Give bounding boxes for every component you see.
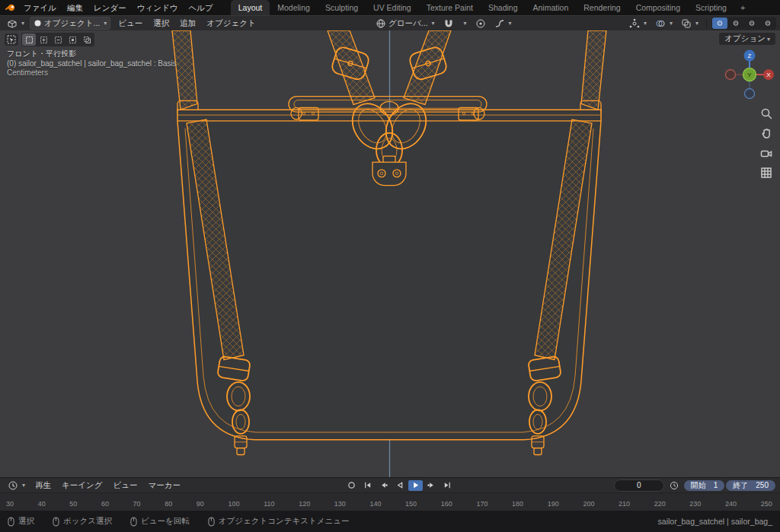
workspace-tab[interactable]: Animation [526,0,577,15]
pan-hand-icon[interactable] [759,126,773,140]
gizmo-minus-x-axis[interactable] [726,70,736,80]
proportional-editing-toggle[interactable] [472,18,489,29]
gizmo-z-label: Z [748,53,752,59]
workspace-tab[interactable]: Scripting [688,0,734,15]
xray-icon [681,18,692,29]
select-mode-group [21,33,94,46]
workspace-tab[interactable]: Compositing [628,0,688,15]
hint-label: ビューを回転 [141,516,190,527]
ruler-tick-label: 190 [548,500,559,508]
gizmo-x-label: X [766,72,771,78]
status-hints: 選択 ボックス選択 ビューを回転 オブジェクトコンテキストメニュー [8,516,349,527]
frame-end-field[interactable]: 終了 250 [726,480,775,491]
menu-item[interactable]: 追加 [174,16,201,30]
workspace-tab[interactable]: Rendering [576,0,628,15]
frame-start-field[interactable]: 開始 1 [684,480,725,491]
status-bar: 選択 ボックス選択 ビューを回転 オブジェクトコンテキストメニュー sailor… [0,510,780,532]
menu-item[interactable]: ビュー [113,16,148,30]
menu-item[interactable]: オブジェクト [201,16,261,30]
menu-item[interactable]: ファイル [18,0,62,15]
transform-orientation-dropdown[interactable]: グローバ... [372,18,438,29]
jump-start-icon[interactable] [360,480,375,491]
shading-sphere-icon [765,19,771,27]
shading-sphere-icon [733,19,739,27]
proportional-circle-icon [475,18,486,29]
shading-mode-button[interactable] [712,18,727,29]
timeline-ruler[interactable]: 3040506070809010011012013014015016017018… [0,492,780,510]
viewport-info: フロント・平行投影 (0) sailor_bag_satchel | sailo… [7,49,177,78]
menu-item[interactable]: マーカー [143,478,187,492]
proportional-falloff-dropdown[interactable] [491,18,515,29]
workspace-tab[interactable]: Texture Paint [419,0,481,15]
menu-item[interactable]: レンダー [88,0,132,15]
mouse-hint: ボックス選択 [53,516,112,527]
mouse-icon [130,517,137,527]
viewport-3d[interactable]: フロント・平行投影 (0) sailor_bag_satchel | sailo… [0,30,780,477]
shading-mode-group [711,17,776,30]
snap-toggle[interactable] [440,18,457,29]
gizmo-y-label: Y [747,72,752,78]
shading-mode-button[interactable] [728,18,743,29]
units-label: Centimeters [7,68,177,78]
menu-item[interactable]: 再生 [30,478,56,492]
ruler-tick-label: 110 [264,500,274,508]
workspace-tab[interactable]: Shading [481,0,526,15]
viewport-canvas[interactable] [0,30,780,477]
next-keyframe-icon[interactable] [424,480,439,491]
ruler-tick-label: 170 [476,500,488,508]
rear-strap-right [580,30,606,115]
ruler-tick-label: 140 [369,500,381,508]
play-reverse-icon[interactable] [392,480,407,491]
select-mode-invert[interactable] [66,33,79,46]
view-label: フロント・平行投影 [7,49,177,59]
show-gizmo-dropdown[interactable] [626,18,650,29]
overlays-icon [655,18,666,29]
mouse-hint: オブジェクトコンテキストメニュー [208,516,350,527]
blender-logo-icon[interactable] [5,2,17,13]
workspace-tab[interactable]: Modeling [270,0,318,15]
menu-item[interactable]: 編集 [62,0,88,15]
workspace-tab[interactable]: Sculpting [318,0,366,15]
menu-item[interactable]: キーイング [56,478,107,492]
ruler-tick-label: 120 [299,500,310,508]
options-dropdown[interactable]: オプション [719,33,775,45]
menu-item[interactable]: ウィンドウ [132,0,184,15]
zoom-icon[interactable] [759,107,773,120]
snap-settings-dropdown[interactable] [459,18,470,29]
active-tool-select-box[interactable] [5,33,18,46]
mode-selector[interactable]: オブジェクト... [30,17,110,30]
workspace-tab[interactable]: Layout [231,0,270,15]
prev-keyframe-icon[interactable] [376,480,391,491]
ruler-tick-label: 40 [38,500,46,508]
navigation-gizmo[interactable]: Z X Y [722,47,777,102]
xray-toggle[interactable] [678,18,702,29]
add-workspace-button[interactable]: + [734,3,751,12]
show-overlays-dropdown[interactable] [652,18,676,29]
shading-mode-button[interactable] [744,18,759,29]
select-mode-intersect[interactable] [80,33,94,46]
editor-type-icon[interactable] [4,18,27,29]
record-icon[interactable] [344,480,359,491]
orientation-label: グローバ... [388,18,428,29]
play-icon[interactable] [408,480,423,491]
ruler-tick-label: 150 [405,500,417,508]
current-frame-field[interactable]: 0 [614,479,664,492]
camera-view-icon[interactable] [759,146,773,160]
blender-window: ファイル編集レンダーウィンドウヘルプ LayoutModelingSculpti… [0,0,780,532]
workspace-tab[interactable]: UV Editing [366,0,419,15]
ruler-tick-label: 80 [165,500,172,508]
menu-item[interactable]: ビュー [108,478,143,492]
timeline-editor-type-icon[interactable] [5,479,28,491]
select-mode-new[interactable] [22,33,36,46]
select-mode-subtract[interactable] [51,33,65,46]
viewport-header: オブジェクト... ビュー選択追加オブジェクト グローバ... [0,15,780,30]
menu-item[interactable]: 選択 [148,16,174,30]
use-preview-range-icon[interactable] [666,479,682,491]
menu-item[interactable]: ヘルプ [183,0,218,15]
jump-end-icon[interactable] [440,480,455,491]
ortho-grid-icon[interactable] [759,166,773,180]
hint-label: オブジェクトコンテキストメニュー [219,516,350,527]
gizmo-minus-z-axis[interactable] [745,89,755,99]
shading-mode-button[interactable] [760,18,775,29]
select-mode-extend[interactable] [37,33,50,46]
